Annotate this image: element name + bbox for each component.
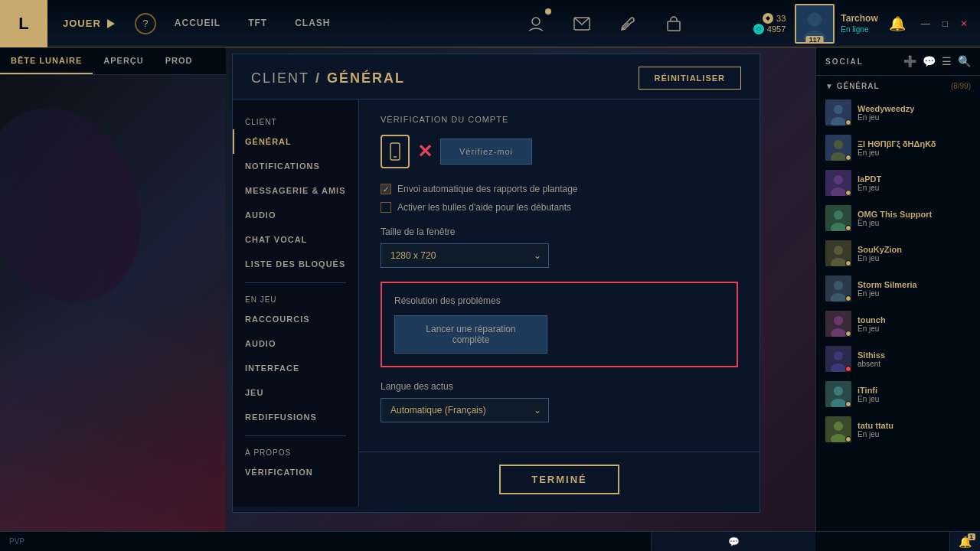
settings-modal: CLIENT / GÉNÉRAL Réinitialiser Client GÉ… — [232, 54, 760, 513]
statusbar: PVP 💬 🔔 1 — [0, 531, 980, 551]
modal-title: CLIENT / GÉNÉRAL — [251, 70, 405, 86]
settings-nav-audio-game[interactable]: AUDIO — [233, 331, 358, 356]
modal-body: Client GÉNÉRAL NOTIFICATIONS MESSAGERIE … — [233, 99, 760, 507]
window-size-select-wrap: 980 x 551 1920 x 1080 2560 x 1440 ⌄ — [381, 243, 549, 268]
checkboxes-section: ✓ Envoi automatique des rapports de plan… — [381, 184, 738, 213]
modal-header: CLIENT / GÉNÉRAL Réinitialiser — [233, 54, 760, 99]
language-label: Langue des actus — [381, 381, 738, 392]
verification-fail-icon: ✕ — [417, 141, 433, 162]
main-nav: ACCUEIL TFT CLASH — [161, 0, 457, 47]
avatar[interactable]: 117 — [795, 4, 835, 44]
notification-bell-icon[interactable]: 🔔 — [889, 15, 906, 32]
notification-count: 1 — [968, 533, 975, 540]
checkbox-crash-label: Envoi automatique des rapports de planta… — [397, 184, 578, 194]
logo[interactable]: L — [0, 0, 47, 47]
settings-nav-interface[interactable]: INTERFACE — [233, 356, 358, 380]
window-controls: — □ ✕ — [918, 17, 971, 31]
topbar: L JOUER ? ACCUEIL TFT CLASH ◆ 33 — [0, 0, 980, 47]
phone-icon — [381, 135, 410, 168]
settings-nav: Client GÉNÉRAL NOTIFICATIONS MESSAGERIE … — [233, 99, 359, 507]
user-info: Tarchow En ligne — [841, 13, 877, 34]
settings-nav-jeu[interactable]: JEU — [233, 380, 358, 405]
checkbox-crash-input[interactable]: ✓ — [381, 184, 391, 194]
settings-nav-shortcuts[interactable]: RACCOURCIS — [233, 307, 358, 331]
subnav-prod[interactable]: PROD — [155, 47, 204, 74]
verification-section: Vérification du compte ✕ Vérifiez-moi — [381, 115, 738, 168]
modal-overlay: CLIENT / GÉNÉRAL Réinitialiser Client GÉ… — [226, 47, 980, 551]
section-label-game: En jeu — [233, 289, 358, 307]
minimize-button[interactable]: — — [918, 17, 933, 31]
window-size-section: Taille de la fenêtre 980 x 551 1920 x 1… — [381, 227, 738, 268]
settings-content: Vérification du compte ✕ Vérifiez-moi — [359, 99, 760, 452]
checkbox-help-bubbles[interactable]: Activer les bulles d'aide pour les début… — [381, 202, 738, 213]
notification-button[interactable]: 🔔 1 — [949, 531, 980, 551]
close-button[interactable]: ✕ — [957, 17, 971, 31]
subnav-apercu[interactable]: APERÇU — [93, 47, 154, 74]
subnav-bete-lunaire[interactable]: BÊTE LUNAIRE — [0, 47, 93, 74]
settings-nav-blocked[interactable]: LISTE DES BLOQUÉS — [233, 252, 358, 276]
profile-icon[interactable] — [522, 10, 550, 37]
profile-badge — [545, 8, 551, 15]
problem-title: Résolution des problèmes — [394, 295, 724, 306]
nav-clash[interactable]: CLASH — [281, 0, 344, 47]
settings-nav-general[interactable]: GÉNÉRAL — [233, 129, 358, 154]
problem-resolution-section: Résolution des problèmes Lancer une répa… — [381, 282, 738, 367]
play-button[interactable]: JOUER — [47, 0, 130, 47]
chat-button[interactable]: 💬 — [651, 531, 815, 551]
reset-button[interactable]: Réinitialiser — [639, 67, 741, 90]
svg-point-0 — [532, 18, 540, 25]
settings-nav-notifications[interactable]: NOTIFICATIONS — [233, 154, 358, 178]
repair-button[interactable]: Lancer une réparation complète — [394, 315, 547, 354]
language-select[interactable]: Automatique (Français) Français English — [381, 398, 549, 422]
topbar-center-icons — [457, 10, 753, 37]
section-label-client: Client — [233, 112, 358, 129]
checkbox-help-label: Activer les bulles d'aide pour les début… — [397, 202, 571, 213]
window-size-select[interactable]: 980 x 551 1920 x 1080 2560 x 1440 — [381, 243, 549, 268]
breadcrumb-client: CLIENT — [251, 70, 309, 86]
breadcrumb-section: GÉNÉRAL — [327, 70, 405, 86]
verification-title: Vérification du compte — [381, 115, 738, 124]
verification-row: ✕ Vérifiez-moi — [381, 135, 738, 168]
breadcrumb-separator: / — [315, 70, 321, 86]
help-button[interactable]: ? — [135, 13, 156, 34]
language-section: Langue des actus Automatique (Français) … — [381, 381, 738, 422]
nav-accueil[interactable]: ACCUEIL — [161, 0, 234, 47]
gem-icon: ◇ — [753, 24, 764, 34]
language-select-wrap: Automatique (Français) Français English … — [381, 398, 549, 422]
settings-nav-messaging[interactable]: MESSAGERIE & AMIS — [233, 178, 358, 203]
topbar-right: ◆ 33 ◇ 4957 117 Tarchow En ligne 🔔 — □ — [753, 4, 980, 44]
svg-rect-2 — [668, 21, 680, 31]
nav-tft[interactable]: TFT — [234, 0, 281, 47]
done-button[interactable]: TERMINÉ — [499, 465, 619, 494]
nav-divider-2 — [245, 435, 346, 436]
settings-nav-verification[interactable]: VÉRIFICATION — [233, 460, 358, 484]
status-text: PVP — [9, 537, 24, 546]
modal-footer: TERMINÉ — [359, 452, 760, 507]
tools-icon[interactable] — [614, 10, 642, 37]
settings-content-wrap: Vérification du compte ✕ Vérifiez-moi — [359, 99, 760, 507]
mail-icon[interactable] — [568, 10, 596, 37]
coin-icon: ◆ — [763, 13, 773, 24]
verify-button[interactable]: Vérifiez-moi — [440, 139, 532, 165]
store-icon[interactable] — [660, 10, 688, 37]
settings-nav-audio-client[interactable]: AUDIO — [233, 203, 358, 227]
maximize-button[interactable]: □ — [939, 17, 951, 31]
window-size-label: Taille de la fenêtre — [381, 227, 738, 237]
svg-point-4 — [808, 12, 822, 26]
nav-divider-1 — [245, 282, 346, 283]
chat-icon: 💬 — [728, 536, 740, 547]
left-subnav: BÊTE LUNAIRE APERÇU PROD — [0, 47, 226, 75]
settings-nav-chat-vocal[interactable]: CHAT VOCAL — [233, 227, 358, 252]
player-level: 117 — [806, 36, 824, 44]
checkbox-help-input[interactable] — [381, 202, 391, 213]
background-art — [0, 75, 226, 531]
checkmark-icon: ✓ — [383, 185, 389, 194]
section-label-about: À propos — [233, 442, 358, 460]
settings-nav-replays[interactable]: REDIFFUSIONS — [233, 405, 358, 429]
checkbox-crash-reports[interactable]: ✓ Envoi automatique des rapports de plan… — [381, 184, 738, 194]
play-arrow-icon — [107, 19, 115, 28]
currency-display: ◆ 33 ◇ 4957 — [753, 13, 786, 34]
